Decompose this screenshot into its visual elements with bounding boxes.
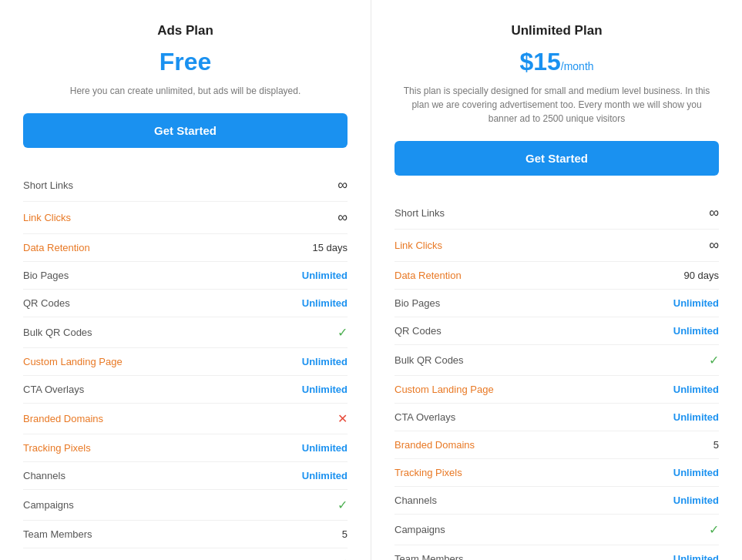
feature-item: Data Retention90 days xyxy=(395,262,719,290)
feature-item: Team Members5 xyxy=(23,521,347,548)
feature-item: ChannelsUnlimited xyxy=(395,487,719,515)
feature-value: 15 days xyxy=(312,242,347,253)
feature-item: Data Retention15 days xyxy=(23,234,347,262)
feature-value: Unlimited xyxy=(673,325,719,337)
feature-value: ∞ xyxy=(337,177,347,193)
get-started-button[interactable]: Get Started xyxy=(395,141,719,176)
feature-list: Short Links∞Link Clicks∞Data Retention90… xyxy=(395,197,719,560)
feature-item: QR CodesUnlimited xyxy=(23,290,347,317)
feature-item: Link Clicks∞ xyxy=(23,202,347,234)
feature-item: Tracking PixelsUnlimited xyxy=(395,459,719,487)
feature-value: Unlimited xyxy=(673,297,719,309)
feature-item: Branded Domains5 xyxy=(395,431,719,459)
get-started-button[interactable]: Get Started xyxy=(23,113,347,148)
feature-item: Short Links∞ xyxy=(395,197,719,230)
feature-item: Short Links∞ xyxy=(23,169,347,202)
feature-value: ∞ xyxy=(709,205,719,221)
feature-name-label: Short Links xyxy=(23,179,73,191)
feature-value: ✓ xyxy=(709,522,719,537)
feature-value: Unlimited xyxy=(673,384,719,395)
plans-container: Ads PlanFreeHere you can create unlimite… xyxy=(0,0,742,560)
plan-name: Ads Plan xyxy=(23,23,347,39)
feature-name-label: Branded Domains xyxy=(395,439,475,451)
plan-description: This plan is specially designed for smal… xyxy=(395,84,719,126)
plan-name: Unlimited Plan xyxy=(395,23,719,39)
feature-item: CTA OverlaysUnlimited xyxy=(395,404,719,431)
feature-name-label: Tracking Pixels xyxy=(23,442,91,454)
feature-name-label: QR Codes xyxy=(395,325,442,337)
feature-value: ✓ xyxy=(709,353,719,367)
plan-unlimited: Unlimited Plan$15/monthThis plan is spec… xyxy=(371,0,742,560)
feature-name-label: Channels xyxy=(23,470,65,481)
feature-item: CTA OverlaysUnlimited xyxy=(23,376,347,404)
feature-name-label: Custom Landing Page xyxy=(395,384,494,395)
feature-name-label: Bio Pages xyxy=(23,270,69,281)
feature-value: ✕ xyxy=(337,411,347,426)
feature-name-label: Bio Pages xyxy=(395,297,440,309)
feature-name-label: Campaigns xyxy=(395,524,445,535)
feature-item: Bio PagesUnlimited xyxy=(395,290,719,317)
feature-item: ChannelsUnlimited xyxy=(23,462,347,490)
feature-item: Team MembersUnlimited xyxy=(395,545,719,560)
feature-name-label: Bulk QR Codes xyxy=(395,354,464,366)
feature-item: Campaigns✓ xyxy=(395,515,719,545)
feature-item: Custom Landing PageUnlimited xyxy=(395,376,719,404)
feature-name-label: Short Links xyxy=(395,207,445,219)
feature-name-label: Campaigns xyxy=(23,499,74,511)
feature-value: Unlimited xyxy=(302,270,347,281)
feature-value: Unlimited xyxy=(673,495,719,506)
feature-name-label: Link Clicks xyxy=(23,212,71,223)
feature-value: 5 xyxy=(713,439,719,451)
feature-name-label: Channels xyxy=(395,495,437,506)
feature-value: ✓ xyxy=(337,498,347,512)
feature-item: QR CodesUnlimited xyxy=(395,317,719,345)
feature-name-label: Data Retention xyxy=(23,242,90,253)
feature-item: Branded Domains✕ xyxy=(23,404,347,434)
feature-item: Bulk QR Codes✓ xyxy=(23,317,347,348)
feature-name-label: Link Clicks xyxy=(395,240,442,251)
feature-name-label: Bulk QR Codes xyxy=(23,327,92,338)
feature-name-label: CTA Overlays xyxy=(23,384,84,395)
feature-name-label: Team Members xyxy=(23,528,92,540)
plan-description: Here you can create unlimited, but ads w… xyxy=(23,84,347,98)
feature-value: Unlimited xyxy=(302,297,347,309)
feature-value: Unlimited xyxy=(673,553,719,560)
feature-name-label: Tracking Pixels xyxy=(395,467,462,478)
feature-item: Bulk QR Codes✓ xyxy=(395,345,719,376)
feature-value: Unlimited xyxy=(302,470,347,481)
feature-item: Custom Aliases✓ xyxy=(23,548,347,560)
feature-name-label: Team Members xyxy=(395,553,464,560)
feature-value: Unlimited xyxy=(302,356,347,367)
feature-item: Tracking PixelsUnlimited xyxy=(23,434,347,462)
feature-value: 90 days xyxy=(683,270,719,281)
feature-value: Unlimited xyxy=(673,411,719,423)
feature-value: ✓ xyxy=(337,556,347,560)
plan-ads: Ads PlanFreeHere you can create unlimite… xyxy=(0,0,371,560)
feature-name-label: CTA Overlays xyxy=(395,411,455,423)
feature-list: Short Links∞Link Clicks∞Data Retention15… xyxy=(23,169,347,560)
feature-item: Bio PagesUnlimited xyxy=(23,262,347,290)
feature-value: Unlimited xyxy=(302,384,347,395)
plan-price: Free xyxy=(23,48,347,76)
feature-value: Unlimited xyxy=(302,442,347,454)
feature-name-label: Data Retention xyxy=(395,270,462,281)
feature-item: Link Clicks∞ xyxy=(395,230,719,262)
feature-item: Campaigns✓ xyxy=(23,490,347,521)
feature-value: ∞ xyxy=(709,237,719,253)
feature-name-label: Custom Landing Page xyxy=(23,356,123,367)
feature-name-label: QR Codes xyxy=(23,297,70,309)
feature-value: Unlimited xyxy=(673,467,719,478)
plan-price: $15/month xyxy=(395,48,719,76)
feature-value: ∞ xyxy=(337,210,347,226)
feature-value: ✓ xyxy=(337,325,347,340)
feature-item: Custom Landing PageUnlimited xyxy=(23,348,347,376)
feature-value: 5 xyxy=(342,528,347,540)
feature-name-label: Branded Domains xyxy=(23,413,103,424)
